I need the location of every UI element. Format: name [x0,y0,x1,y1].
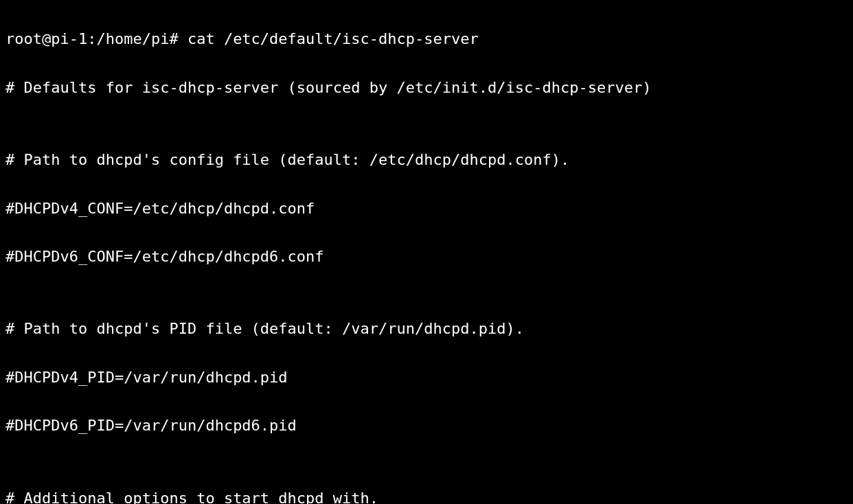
output-line: # Defaults for isc-dhcp-server (sourced … [5,76,848,100]
output-line: #DHCPDv6_PID=/var/run/dhcpd6.pid [5,413,848,437]
output-line: # Additional options to start dhcpd with… [5,486,848,504]
terminal-output[interactable]: root@pi-1:/home/pi# cat /etc/default/isc… [0,0,853,504]
output-line: #DHCPDv4_CONF=/etc/dhcp/dhcpd.conf [5,196,848,220]
output-line: # Path to dhcpd's PID file (default: /va… [5,317,848,341]
output-line: #DHCPDv6_CONF=/etc/dhcp/dhcpd6.conf [5,244,848,268]
output-line: # Path to dhcpd's config file (default: … [5,148,848,172]
output-line: #DHCPDv4_PID=/var/run/dhcpd.pid [5,365,848,389]
prompt-line: root@pi-1:/home/pi# cat /etc/default/isc… [5,27,848,51]
